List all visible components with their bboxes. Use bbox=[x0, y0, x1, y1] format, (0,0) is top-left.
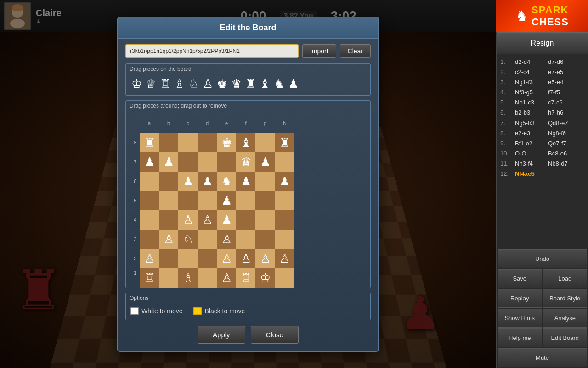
help-me-button[interactable]: Help me bbox=[498, 328, 542, 347]
board-cell[interactable] bbox=[140, 191, 159, 210]
board-cell[interactable] bbox=[275, 191, 294, 210]
board-cell[interactable] bbox=[236, 210, 255, 230]
show-hints-button[interactable]: Show Hints bbox=[498, 309, 542, 328]
palette-piece[interactable]: ♝ bbox=[259, 77, 271, 91]
palette-piece[interactable]: ♘ bbox=[187, 77, 200, 91]
board-cell[interactable]: ♜ bbox=[275, 133, 294, 152]
replay-button[interactable]: Replay bbox=[498, 289, 542, 308]
board-cell[interactable]: ♟ bbox=[217, 210, 236, 230]
board-cell[interactable] bbox=[140, 230, 159, 249]
board-cell[interactable]: ♟ bbox=[275, 172, 294, 191]
board-cell[interactable]: ♖ bbox=[236, 268, 255, 288]
board-cell[interactable] bbox=[275, 210, 294, 230]
board-cell[interactable]: ♙ bbox=[159, 230, 178, 249]
board-cell[interactable]: ♙ bbox=[217, 249, 236, 268]
board-cell[interactable] bbox=[275, 268, 294, 288]
board-cell[interactable]: ♛ bbox=[236, 152, 255, 172]
resign-button[interactable]: Resign bbox=[497, 32, 588, 54]
board-cell[interactable]: ♟ bbox=[255, 152, 275, 172]
board-cell[interactable] bbox=[178, 249, 198, 268]
board-cell[interactable] bbox=[198, 152, 217, 172]
board-style-button[interactable]: Board Style bbox=[543, 289, 588, 308]
board-cell[interactable] bbox=[178, 152, 198, 172]
clear-button[interactable]: Clear bbox=[340, 44, 371, 58]
board-cell[interactable]: ♞ bbox=[217, 172, 236, 191]
board-cell[interactable]: ♙ bbox=[255, 249, 275, 268]
save-button[interactable]: Save bbox=[498, 269, 542, 288]
palette-piece[interactable]: ♞ bbox=[273, 77, 285, 91]
board-cell[interactable] bbox=[217, 152, 236, 172]
board-cell[interactable] bbox=[159, 133, 178, 152]
board-cell[interactable]: ♟ bbox=[236, 172, 255, 191]
board-cell[interactable]: ♝ bbox=[236, 133, 255, 152]
board-cell[interactable] bbox=[140, 172, 159, 191]
board-cell[interactable] bbox=[198, 230, 217, 249]
palette-piece[interactable]: ♙ bbox=[202, 77, 214, 91]
board-cell[interactable]: ♙ bbox=[275, 249, 294, 268]
board-cell[interactable]: ♙ bbox=[140, 249, 159, 268]
board-cell[interactable] bbox=[198, 133, 217, 152]
board-cell[interactable] bbox=[178, 133, 198, 152]
board-cell[interactable] bbox=[159, 191, 178, 210]
import-button[interactable]: Import bbox=[302, 44, 336, 58]
board-cell[interactable] bbox=[275, 230, 294, 249]
analyse-button[interactable]: Analyse bbox=[543, 309, 588, 328]
move-row: 2.c2-c4e7-e5 bbox=[500, 67, 584, 77]
mute-button[interactable]: Mute bbox=[498, 348, 587, 367]
fen-input[interactable] bbox=[125, 44, 299, 58]
board-cell[interactable] bbox=[159, 268, 178, 288]
board-cell[interactable]: ♙ bbox=[236, 249, 255, 268]
board-cell[interactable] bbox=[198, 268, 217, 288]
board-cell[interactable] bbox=[159, 172, 178, 191]
palette-piece[interactable]: ♖ bbox=[159, 77, 171, 91]
board-cell[interactable] bbox=[159, 249, 178, 268]
edit-board-button[interactable]: Edit Board bbox=[543, 328, 588, 347]
board-cell[interactable] bbox=[198, 249, 217, 268]
board-cell[interactable] bbox=[140, 210, 159, 230]
right-panel: Resign 1.d2-d4d7-d62.c2-c4e7-e53.Ng1-f3e… bbox=[496, 32, 588, 368]
palette-piece[interactable]: ♔ bbox=[130, 77, 143, 91]
rank-label: 8 bbox=[130, 133, 140, 152]
board-cell[interactable]: ♖ bbox=[140, 268, 159, 288]
board-cell[interactable]: ♟ bbox=[217, 191, 236, 210]
board-cell[interactable]: ♟ bbox=[178, 172, 198, 191]
palette-piece[interactable]: ♗ bbox=[173, 77, 186, 91]
board-cell[interactable]: ♗ bbox=[178, 268, 198, 288]
board-cell[interactable]: ♙ bbox=[178, 210, 198, 230]
apply-button[interactable]: Apply bbox=[198, 326, 245, 344]
board-cell[interactable] bbox=[178, 191, 198, 210]
board-cell[interactable] bbox=[255, 172, 275, 191]
black-to-move-checkbox[interactable] bbox=[193, 307, 202, 315]
board-cell[interactable] bbox=[255, 210, 275, 230]
board-cell[interactable] bbox=[236, 230, 255, 249]
board-cell[interactable] bbox=[255, 230, 275, 249]
board-cell[interactable] bbox=[236, 191, 255, 210]
board-piece: ♟ bbox=[183, 175, 193, 187]
palette-piece[interactable]: ♚ bbox=[216, 77, 228, 91]
board-cell[interactable]: ♟ bbox=[198, 172, 217, 191]
board-cell[interactable]: ♙ bbox=[217, 230, 236, 249]
board-cell[interactable]: ♙ bbox=[217, 268, 236, 288]
board-cell[interactable]: ♔ bbox=[255, 268, 275, 288]
load-button[interactable]: Load bbox=[543, 269, 588, 288]
undo-button[interactable]: Undo bbox=[498, 249, 587, 268]
board-cell[interactable]: ♟ bbox=[140, 152, 159, 172]
close-button[interactable]: Close bbox=[251, 326, 299, 344]
palette-piece[interactable]: ♕ bbox=[145, 77, 157, 91]
white-to-move-checkbox[interactable] bbox=[130, 307, 139, 315]
palette-piece[interactable]: ♛ bbox=[230, 77, 243, 91]
board-cell[interactable] bbox=[275, 152, 294, 172]
board-cell[interactable]: ♟ bbox=[159, 152, 178, 172]
palette-piece[interactable]: ♟ bbox=[287, 77, 300, 91]
rank-label: 7 bbox=[130, 152, 140, 172]
board-cell[interactable]: ♜ bbox=[140, 133, 159, 152]
board-cell[interactable]: ♙ bbox=[198, 210, 217, 230]
board-cell[interactable]: ♚ bbox=[217, 133, 236, 152]
palette-piece[interactable]: ♜ bbox=[244, 77, 257, 91]
board-cell[interactable] bbox=[255, 133, 275, 152]
board-cell[interactable]: ♘ bbox=[178, 230, 198, 249]
board-cell[interactable] bbox=[255, 191, 275, 210]
board-cell[interactable] bbox=[159, 210, 178, 230]
board-cell[interactable] bbox=[198, 191, 217, 210]
board-piece: ♜ bbox=[279, 137, 290, 149]
